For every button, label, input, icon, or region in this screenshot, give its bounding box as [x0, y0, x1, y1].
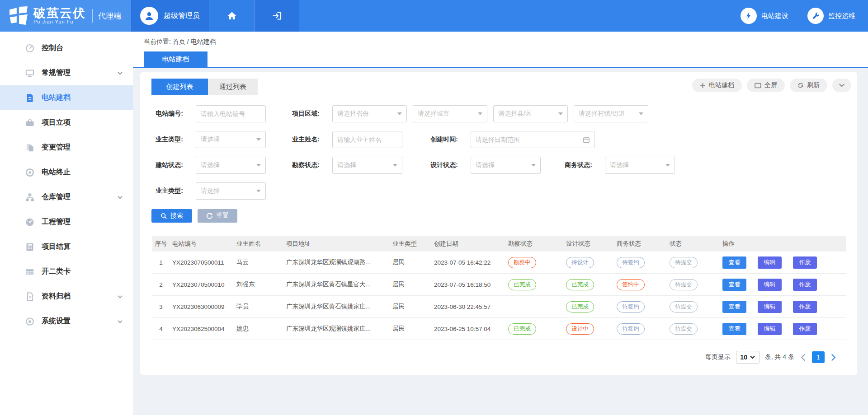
sidebar-item-station-termination[interactable]: 电站终止	[0, 160, 133, 185]
sidebar-item-label: 项目结算	[42, 242, 71, 252]
topbar-spacer	[299, 0, 741, 32]
brand-subtitle: Po Jian Yun Fu	[33, 19, 86, 25]
filter-row-2: 业主类型: 请选择 业主姓名: 创建时间:	[151, 131, 846, 148]
filter-label: 勘察状态:	[288, 161, 320, 169]
view-button[interactable]: 查看	[722, 323, 746, 335]
col-header-seq: 序号	[152, 240, 172, 248]
content-area: 创建列表 通过列表 电站建档 全屏 刷新	[133, 72, 868, 415]
filter-form: 电站编号: 项目区域: 请选择省份 请选择城市 请选择县/区 请选择村镇/街道	[140, 95, 857, 200]
brand-title: 破茧云伏	[33, 7, 86, 19]
archive-icon	[25, 292, 35, 302]
cell-address: 广东深圳龙华区观澜镇姚家庄...	[286, 325, 392, 333]
county-select[interactable]: 请选择县/区	[493, 105, 568, 122]
build-status-select[interactable]: 请选择	[196, 157, 266, 174]
owner-type-2-select-value: 请选择	[201, 187, 220, 195]
sidebar-item-general-mgmt[interactable]: 常规管理	[0, 61, 133, 85]
void-button[interactable]: 作废	[793, 301, 817, 313]
sidebar-item-console[interactable]: 控制台	[0, 36, 133, 61]
void-button[interactable]: 作废	[793, 279, 817, 291]
caret-down-icon	[639, 112, 643, 115]
edit-button[interactable]: 编辑	[758, 301, 782, 313]
edit-button[interactable]: 编辑	[758, 279, 782, 291]
filter-row-1: 电站编号: 项目区域: 请选择省份 请选择城市 请选择县/区 请选择村镇/街道	[151, 105, 846, 122]
quick-link-label: 监控运维	[828, 12, 855, 20]
sidebar-item-label: 控制台	[42, 43, 63, 53]
edit-button[interactable]: 编辑	[758, 256, 782, 269]
collapse-toggle-button[interactable]	[832, 79, 851, 92]
sidebar-item-warehouse-mgmt[interactable]: 仓库管理	[0, 185, 133, 210]
owner-type-select[interactable]: 请选择	[196, 131, 266, 148]
city-select[interactable]: 请选择城市	[413, 105, 487, 122]
caret-down-icon	[256, 138, 261, 141]
sidebar-item-project-initiation[interactable]: 项目立项	[0, 110, 133, 135]
topbar-quick-links: 电站建设 监控运维	[741, 0, 868, 32]
page-size-select[interactable]: 10	[736, 351, 760, 364]
date-range-input[interactable]	[476, 136, 583, 143]
avatar[interactable]	[140, 7, 158, 25]
add-station-button[interactable]: 电站建档	[692, 79, 742, 92]
search-button[interactable]: 搜索	[151, 209, 192, 223]
town-select[interactable]: 请选择村镇/街道	[574, 105, 648, 122]
business-status-badge: 签约中	[617, 279, 645, 290]
province-select[interactable]: 请选择省份	[332, 105, 407, 122]
quick-link-monitor-ops[interactable]: 监控运维	[807, 8, 855, 24]
page-size-prefix: 每页显示	[705, 353, 731, 361]
owner-type-select-value: 请选择	[201, 135, 220, 144]
briefcase-icon	[25, 118, 35, 128]
survey-status-select-value: 请选择	[337, 161, 356, 169]
page-tab-station-archive[interactable]: 电站建档	[144, 51, 208, 67]
sidebar-item-label: 开二类卡	[42, 267, 71, 276]
sidebar-item-data-archive[interactable]: 资料归档	[0, 284, 133, 309]
business-status-select[interactable]: 请选择	[605, 157, 675, 174]
page-1-button[interactable]: 1	[812, 351, 825, 363]
status-badge: 待提交	[670, 323, 698, 335]
edit-button[interactable]: 编辑	[758, 323, 782, 335]
view-button[interactable]: 查看	[722, 256, 746, 269]
prev-page-button[interactable]	[800, 354, 807, 361]
sidebar-item-project-settlement[interactable]: 项目结算	[0, 234, 133, 259]
filter-design-status: 设计状态: 请选择	[426, 157, 561, 174]
design-status-badge: 已完成	[566, 279, 594, 290]
design-status-badge: 待设计	[566, 257, 594, 268]
void-button[interactable]: 作废	[793, 323, 817, 335]
design-status-select[interactable]: 请选择	[471, 157, 541, 174]
tab-passed-list[interactable]: 通过列表	[208, 79, 258, 95]
reset-button[interactable]: 重置	[198, 209, 237, 223]
home-button[interactable]	[209, 0, 254, 32]
filter-survey-status: 勘察状态: 请选择	[288, 157, 426, 174]
table-row: 4 YX2023062500004 姚忠 广东深圳龙华区观澜镇姚家庄... 居民…	[152, 318, 846, 340]
logout-icon	[272, 10, 283, 21]
owner-name-input[interactable]	[337, 136, 397, 143]
col-header-status: 状态	[670, 240, 722, 248]
user-icon	[143, 10, 155, 22]
chevron-down-icon	[750, 355, 755, 359]
next-page-button[interactable]	[830, 354, 837, 361]
sidebar-item-change-mgmt[interactable]: 变更管理	[0, 135, 133, 160]
user-menu[interactable]: 超级管理员	[131, 0, 209, 32]
void-button[interactable]: 作废	[793, 256, 817, 269]
sidebar-item-label: 变更管理	[42, 143, 71, 152]
refresh-button[interactable]: 刷新	[790, 79, 827, 92]
logout-button[interactable]	[254, 0, 299, 32]
quick-link-station-build[interactable]: 电站建设	[741, 8, 788, 24]
sidebar-item-system-settings[interactable]: 系统设置	[0, 309, 133, 334]
cell-seq: 3	[152, 303, 172, 310]
col-header-address: 项目地址	[286, 240, 392, 248]
tab-create-list[interactable]: 创建列表	[151, 79, 208, 95]
sidebar-item-open-type2-card[interactable]: 开二类卡	[0, 259, 133, 284]
station-code-input[interactable]	[201, 110, 261, 117]
view-button[interactable]: 查看	[722, 279, 746, 291]
dashboard-icon	[25, 43, 35, 53]
cell-seq: 1	[152, 259, 172, 266]
cell-created: 2023-07-05 16:18:50	[434, 281, 508, 288]
survey-status-select[interactable]: 请选择	[332, 157, 402, 174]
cell-created: 2023-07-05 16:42:22	[434, 259, 508, 266]
sidebar-item-engineering-mgmt[interactable]: 工程管理	[0, 210, 133, 234]
view-button[interactable]: 查看	[722, 301, 746, 313]
sidebar-item-label: 工程管理	[42, 217, 71, 227]
filter-row-4: 业主类型: 请选择	[151, 182, 846, 200]
owner-type-2-select[interactable]: 请选择	[196, 182, 266, 200]
fullscreen-button[interactable]: 全屏	[747, 79, 785, 92]
sidebar-item-station-archive[interactable]: 电站建档	[0, 85, 133, 110]
settings-icon	[25, 317, 35, 326]
